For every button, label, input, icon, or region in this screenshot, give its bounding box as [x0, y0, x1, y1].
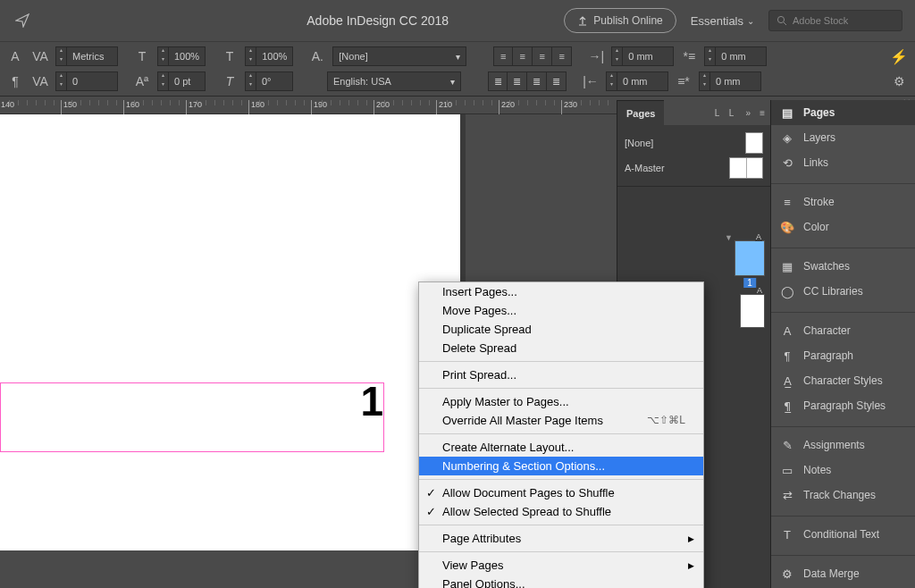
align-right-button[interactable]: ≡: [533, 46, 552, 66]
para-icon[interactable]: ¶: [5, 71, 25, 91]
sidebar-item-label: Conditional Text: [803, 528, 879, 541]
pages-tab[interactable]: Pages: [617, 100, 664, 125]
palette-icon: 🎨: [780, 221, 794, 234]
notes-icon: ▭: [780, 464, 794, 477]
menu-item-move-pages[interactable]: Move Pages...: [419, 301, 703, 320]
layout-icon[interactable]: L: [712, 108, 723, 118]
panel-menu-icon[interactable]: ≡: [760, 108, 765, 118]
indent-left-input[interactable]: ▴▾0 mm: [611, 46, 674, 66]
para-icon: ¶: [780, 349, 794, 363]
align-center-button[interactable]: ≡: [513, 46, 533, 66]
menu-item-view-pages[interactable]: View Pages: [419, 556, 703, 575]
menu-item-override-all-master-page-items[interactable]: Override All Master Page Items⌥⇧⌘L: [419, 411, 703, 430]
control-panel: A VA ▴▾Metrics T ▴▾100% T ▴▾100% A. [Non…: [0, 41, 915, 97]
sidebar-item-notes[interactable]: ▭Notes: [771, 458, 915, 483]
sidebar-item-swatches[interactable]: ▦Swatches: [771, 254, 915, 279]
ruler-tick: 180: [248, 100, 264, 114]
skew-icon: T: [220, 71, 239, 91]
menu-item-delete-spread[interactable]: Delete Spread: [419, 339, 703, 357]
gear-icon[interactable]: ⚙: [888, 74, 910, 88]
workspace-label: Essentials: [691, 14, 743, 28]
master-a[interactable]: A-Master: [625, 155, 763, 181]
menu-item-allow-selected-spread-to-shuffle[interactable]: Allow Selected Spread to Shuffle: [419, 502, 703, 521]
indent-left-icon: →|: [586, 46, 606, 66]
sidebar-item-color[interactable]: 🎨Color: [771, 214, 915, 239]
page-number-text: 1: [360, 377, 383, 425]
ruler-tick: 170: [186, 100, 202, 114]
first-line-input[interactable]: ▴▾0 mm: [704, 46, 767, 66]
publish-online-button[interactable]: Publish Online: [564, 8, 676, 33]
vscale-input[interactable]: ▴▾100%: [157, 46, 206, 66]
links-icon: ⟲: [780, 156, 794, 170]
swatches-icon: ▦: [780, 260, 794, 273]
justify-button[interactable]: ≡: [552, 46, 572, 66]
kerning-input[interactable]: ▴▾Metrics: [55, 46, 118, 66]
justify-right-button[interactable]: ≣: [527, 71, 547, 91]
tracking-icon: VA: [30, 71, 50, 91]
kerning-icon: VA: [30, 46, 50, 66]
chevron-down-icon: ⌄: [747, 16, 754, 26]
gpu-icon[interactable]: ⚡: [888, 48, 910, 65]
char-icon[interactable]: A: [5, 46, 25, 66]
charstyle-select[interactable]: [None]▾: [332, 46, 466, 66]
justify-full-button[interactable]: ≣: [547, 71, 567, 91]
sidebar-item-stroke[interactable]: ≡Stroke: [771, 189, 915, 214]
collapse-icon[interactable]: ▼: [725, 233, 733, 242]
baseline-input[interactable]: ▴▾0 pt: [157, 71, 206, 91]
workspace-selector[interactable]: Essentials ⌄: [691, 14, 754, 28]
page-thumb-2[interactable]: A: [740, 294, 765, 328]
sidebar-item-character[interactable]: ACharacter: [771, 318, 915, 343]
menu-item-create-alternate-layout[interactable]: Create Alternate Layout...: [419, 438, 703, 457]
char-icon: A: [780, 324, 794, 338]
cc-icon: ◯: [780, 285, 794, 298]
indent-right-input[interactable]: ▴▾0 mm: [606, 71, 668, 91]
stroke-icon: ≡: [780, 196, 794, 209]
justify-left-button[interactable]: ≣: [488, 71, 508, 91]
paper-plane-icon: [13, 11, 32, 30]
first-line-icon: *≡: [679, 46, 699, 66]
sidebar-item-assignments[interactable]: ✎Assignments: [771, 433, 915, 458]
sidebar-item-character-styles[interactable]: A̲Character Styles: [771, 368, 915, 393]
align-left-button[interactable]: ≡: [493, 46, 513, 66]
sidebar-item-paragraph-styles[interactable]: ¶̲Paragraph Styles: [771, 393, 915, 418]
sidebar-item-conditional-text[interactable]: TConditional Text: [771, 522, 915, 547]
master-none[interactable]: [None]: [625, 130, 763, 155]
ruler-tick: 230: [561, 100, 577, 114]
sidebar-item-pages[interactable]: ▤Pages: [771, 100, 915, 125]
parastyle-icon: ¶̲: [780, 399, 794, 413]
sidebar-item-label: Stroke: [803, 196, 835, 208]
tracking-input[interactable]: ▴▾0: [55, 71, 118, 91]
margin-guide: [0, 382, 384, 452]
sidebar-item-track-changes[interactable]: ⇄Track Changes: [771, 483, 915, 508]
menu-item-allow-document-pages-to-shuffle[interactable]: Allow Document Pages to Shuffle: [419, 483, 703, 502]
justify-center-button[interactable]: ≣: [508, 71, 527, 91]
menu-item-apply-master-to-pages[interactable]: Apply Master to Pages...: [419, 392, 703, 411]
search-input[interactable]: Adobe Stock: [768, 10, 902, 31]
menu-item-print-spread[interactable]: Print Spread...: [419, 365, 703, 384]
sidebar-item-paragraph[interactable]: ¶Paragraph: [771, 343, 915, 368]
language-select[interactable]: English: USA▾: [327, 71, 461, 91]
layout-icon-2[interactable]: L: [726, 108, 737, 118]
sidebar-item-cc-libraries[interactable]: ◯CC Libraries: [771, 279, 915, 304]
sidebar-item-label: Data Merge: [803, 567, 860, 580]
assign-icon: ✎: [780, 439, 794, 452]
menu-item-insert-pages[interactable]: Insert Pages...: [419, 282, 703, 301]
hscale-icon: T: [220, 46, 239, 66]
menu-item-numbering-section-options[interactable]: Numbering & Section Options...: [419, 457, 703, 475]
page-thumb-1[interactable]: A 1: [735, 240, 765, 276]
hscale-input[interactable]: ▴▾100%: [245, 46, 293, 66]
menu-item-panel-options[interactable]: Panel Options...: [419, 575, 703, 588]
vscale-icon: T: [132, 46, 152, 66]
sidebar-item-links[interactable]: ⟲Links: [771, 150, 915, 175]
skew-input[interactable]: ▴▾0°: [245, 71, 293, 91]
sidebar-item-data-merge[interactable]: ⚙Data Merge: [771, 561, 915, 586]
sidebar-item-label: Notes: [803, 464, 831, 476]
ruler-tick: 220: [499, 100, 515, 114]
last-line-input[interactable]: ▴▾0 mm: [699, 71, 761, 91]
sidebar-item-label: Track Changes: [803, 489, 876, 501]
sidebar-item-label: Pages: [803, 106, 835, 119]
sidebar-item-layers[interactable]: ◈Layers: [771, 125, 915, 150]
last-line-icon: ≡*: [674, 71, 693, 91]
menu-item-page-attributes[interactable]: Page Attributes: [419, 529, 703, 548]
menu-item-duplicate-spread[interactable]: Duplicate Spread: [419, 320, 703, 339]
